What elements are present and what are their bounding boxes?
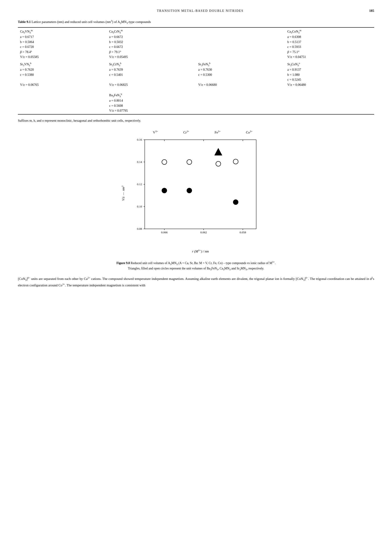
label-cr3: Cr3+ [183,130,189,134]
svg-text:0.062: 0.062 [200,231,207,234]
table-cell: Sr3CoN3o a = 0.9137 b = 1.080 c = 0.5245… [285,60,374,114]
label-fe3: Fe3+ [215,130,221,134]
body-text: [CoN3]6− units are separated from each o… [18,276,374,288]
table-caption-text: Lattice parameters (nm) and reduced unit… [31,20,151,24]
chart-svg: 0.08 0.10 0.12 0.14 0.16 0.066 0.062 0.0… [131,135,270,242]
svg-text:0.16: 0.16 [137,138,142,141]
table-cell: Ca3CrN3m a = 0.6672 b = 0.5032 c = 0.667… [107,28,196,60]
svg-text:0.066: 0.066 [161,231,168,234]
figure-number: Figure 9.8 [116,261,130,265]
open-circle-ca-cr [187,159,192,165]
svg-text:0.08: 0.08 [137,227,142,230]
table-footnote: Suffixes m, h, and o represent monoclini… [18,118,374,123]
label-co3: Co3+ [246,130,252,134]
figure-caption: Figure 9.8 Reduced unit cell volumes of … [111,260,281,271]
table-cell: Sr3VN3h a = 0.7620 c = 0.5380 V/z = 0.06… [18,60,107,114]
table-cell: Sr3CrN3h a = 0.7639 c = 0.5401 V/z = 0.0… [107,60,196,114]
chart-wrapper: V/z — nm3 0.08 0.10 0.12 0.14 [118,135,274,251]
table-caption-bold: Table 9.1 [18,20,31,24]
y-axis-label: V/z — nm3 [121,186,126,201]
figure-container: V3+ Cr3+ Fe3+ Co3+ V/z — nm3 0.08 [18,130,374,251]
filled-circle-sr-v [162,188,167,193]
table-cell [196,28,285,60]
table-cell: Ca3CoN3m a = 0.6308 b = 0.5137 c = 0.593… [285,28,374,60]
svg-text:0.14: 0.14 [137,160,142,164]
svg-text:0.058: 0.058 [239,231,246,234]
figure-caption-text: Reduced unit cell volumes of A3MN3 (A = … [128,261,276,270]
page-header: TRANSITION METAL-BASED DOUBLE NITRIDES 1… [18,9,374,13]
data-table: Ca3VN3m a = 0.6717 b = 0.5064 c = 0.6720… [18,27,374,115]
page-title: TRANSITION METAL-BASED DOUBLE NITRIDES [31,9,369,13]
svg-text:0.10: 0.10 [137,205,142,208]
x-axis-label: r (M3+) / nm [131,249,270,253]
table-cell: Sr3FeN3h a = 0.7630 c = 0.5300 V/z = 0.0… [196,60,285,114]
body-text-content: [CoN3]6− units are separated from each o… [18,277,374,287]
table-caption: Table 9.1 Lattice parameters (nm) and re… [18,19,374,25]
filled-triangle-ba-fe [215,148,222,155]
filled-circle-sr-co [233,200,238,205]
open-circle-ca-fe [216,161,221,166]
label-v3: V3+ [153,130,158,134]
filled-circle-sr-cr [187,188,192,193]
page-number: 185 [369,9,374,13]
open-circle-ca-v [162,159,167,165]
svg-text:0.12: 0.12 [137,182,142,186]
chart-top-labels: V3+ Cr3+ Fe3+ Co3+ [127,130,265,134]
table-cell: Ca3VN3m a = 0.6717 b = 0.5064 c = 0.6720… [18,28,107,60]
open-circle-ca-co [233,159,238,164]
